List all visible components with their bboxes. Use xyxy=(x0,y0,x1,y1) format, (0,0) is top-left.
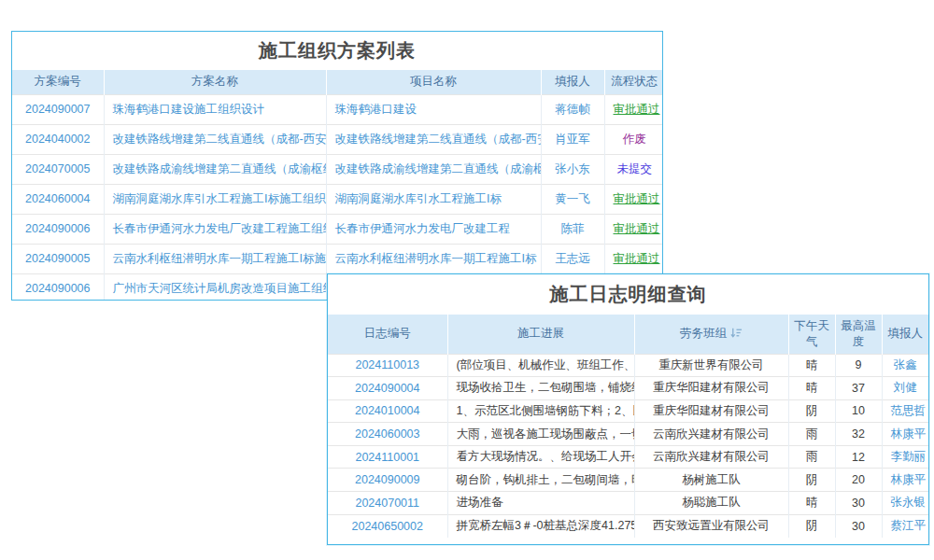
status-badge[interactable]: 审批通过 xyxy=(604,94,663,124)
cell-log-id[interactable]: 2024110001 xyxy=(328,445,447,469)
cell-log-reporter[interactable]: 张鑫 xyxy=(882,354,928,377)
cell-log-reporter[interactable]: 刘健 xyxy=(882,377,928,400)
cell-log-id[interactable]: 2024070011 xyxy=(328,492,447,515)
cell-max-temp: 9 xyxy=(835,354,882,377)
cell-project-name[interactable]: 湖南洞庭湖水库引水工程施工I标 xyxy=(326,184,541,214)
column-header-labor-team: 劳务班组 xyxy=(634,315,788,354)
cell-plan-id[interactable]: 2024090006 xyxy=(12,273,104,301)
status-badge[interactable]: 审批通过 xyxy=(604,214,663,244)
cell-plan-id[interactable]: 2024090006 xyxy=(12,214,104,244)
cell-plan-id[interactable]: 2024070005 xyxy=(12,154,104,184)
sort-descending-icon[interactable] xyxy=(730,327,743,339)
cell-reporter[interactable]: 黄一飞 xyxy=(541,184,604,214)
panel-title-plan-list: 施工组织方案列表 xyxy=(12,32,662,70)
table-row: 2024090005 云南水利枢纽潜明水库一期工程施工I标施工组... 云南水利… xyxy=(12,244,663,273)
cell-labor-team: 西安致远置业有限公司 xyxy=(634,514,788,538)
cell-progress: 砌台阶，钩机排土，二包砌间墙，晚间加... xyxy=(447,469,634,492)
cell-project-name[interactable]: 珠海鹤港口建设 xyxy=(326,94,541,124)
cell-max-temp: 12 xyxy=(835,445,882,469)
cell-weather: 阴 xyxy=(788,514,835,538)
cell-plan-name[interactable]: 珠海鹤港口建设施工组织设计 xyxy=(104,94,326,124)
cell-reporter[interactable]: 肖亚军 xyxy=(541,124,604,154)
status-badge[interactable]: 未提交 xyxy=(604,154,663,184)
cell-log-reporter[interactable]: 李勤丽 xyxy=(882,445,928,469)
cell-weather: 晴 xyxy=(788,492,835,515)
cell-project-name[interactable]: 改建铁路成渝线增建第二直通线（成渝枢... xyxy=(326,154,541,184)
cell-plan-name[interactable]: 云南水利枢纽潜明水库一期工程施工I标施工组... xyxy=(104,244,326,273)
column-header-log-reporter: 填报人 xyxy=(882,315,928,354)
cell-reporter[interactable]: 陈菲 xyxy=(541,214,604,244)
cell-reporter[interactable]: 张小东 xyxy=(541,154,604,184)
cell-log-id[interactable]: 2024010004 xyxy=(328,399,447,423)
cell-weather: 晴 xyxy=(788,377,835,400)
column-header-plan-id: 方案编号 xyxy=(12,70,104,94)
status-badge[interactable]: 审批通过 xyxy=(604,184,663,214)
table-row: 2024110013 (部位项目、机械作业、班组工作、生产... 重庆新世界有限… xyxy=(328,354,928,377)
cell-weather: 阴 xyxy=(788,469,835,492)
cell-log-reporter[interactable]: 范思哲 xyxy=(882,399,928,423)
cell-plan-id[interactable]: 2024090005 xyxy=(12,244,104,273)
cell-max-temp: 20 xyxy=(835,469,882,492)
table-row: 2024010004 1、示范区北侧围墙钢筋下料；2、围墙地... 重庆华阳建材… xyxy=(328,399,928,423)
table-row: 20240650002 拼宽桥左幅3＃-0桩基总深度41.275.今日进... … xyxy=(328,514,928,538)
cell-labor-team: 云南欣兴建材有限公司 xyxy=(634,423,788,446)
cell-labor-team: 重庆新世界有限公司 xyxy=(634,354,788,377)
table-row: 2024070005 改建铁路成渝线增建第二直通线（成渝枢纽）... 改建铁路成… xyxy=(12,154,663,184)
column-header-plan-name: 方案名称 xyxy=(104,70,326,94)
cell-weather: 晴 xyxy=(788,354,835,377)
cell-project-name[interactable]: 云南水利枢纽潜明水库一期工程施工I标 xyxy=(326,244,541,273)
cell-log-id[interactable]: 20240650002 xyxy=(328,514,447,538)
cell-plan-id[interactable]: 2024090007 xyxy=(12,94,104,124)
status-badge[interactable]: 审批通过 xyxy=(604,244,663,273)
cell-log-id[interactable]: 2024110013 xyxy=(328,354,447,377)
cell-project-name[interactable]: 改建铁路线增建第二线直通线（成都-西安... xyxy=(326,124,541,154)
cell-log-reporter[interactable]: 蔡江平 xyxy=(882,514,928,538)
cell-log-id[interactable]: 2024090009 xyxy=(328,469,447,492)
cell-labor-team: 重庆华阳建材有限公司 xyxy=(634,377,788,400)
cell-labor-team: 杨聪施工队 xyxy=(634,492,788,515)
table-row: 2024060003 大雨，巡视各施工现场围蔽点，一切正常... 云南欣兴建材有… xyxy=(328,423,928,446)
cell-progress: 进场准备 xyxy=(447,492,634,515)
cell-plan-name[interactable]: 改建铁路线增建第二线直通线（成都-西安）... xyxy=(104,124,326,154)
cell-log-reporter[interactable]: 张永银 xyxy=(882,492,928,515)
cell-max-temp: 10 xyxy=(835,399,882,423)
cell-log-reporter[interactable]: 林康平 xyxy=(882,423,928,446)
construction-log-query-panel: 施工日志明细查询 日志编号 施工进展 劳务班组 下午天气 最高温度 填报人 20… xyxy=(327,273,929,545)
cell-reporter[interactable]: 蒋德帧 xyxy=(541,94,604,124)
table-row: 2024110001 看方大现场情况。、给现场工人开会，整... 云南欣兴建材有… xyxy=(328,445,928,469)
log-table-header-row: 日志编号 施工进展 劳务班组 下午天气 最高温度 填报人 xyxy=(328,315,928,354)
plan-table-header-row: 方案编号 方案名称 项目名称 填报人 流程状态 xyxy=(12,70,663,94)
cell-labor-team: 杨树施工队 xyxy=(634,469,788,492)
cell-plan-id[interactable]: 2024060004 xyxy=(12,184,104,214)
cell-plan-name[interactable]: 长春市伊通河水力发电厂改建工程施工组织设计 xyxy=(104,214,326,244)
cell-project-name[interactable]: 长春市伊通河水力发电厂改建工程 xyxy=(326,214,541,244)
column-header-afternoon-weather: 下午天气 xyxy=(788,315,835,354)
table-row: 2024090004 现场收拾卫生，二包砌围墙，铺烧结砖，... 重庆华阳建材有… xyxy=(328,377,928,400)
cell-log-reporter[interactable]: 林康平 xyxy=(882,469,928,492)
cell-weather: 雨 xyxy=(788,423,835,446)
cell-plan-name[interactable]: 改建铁路成渝线增建第二直通线（成渝枢纽）... xyxy=(104,154,326,184)
column-header-reporter: 填报人 xyxy=(541,70,604,94)
cell-progress: (部位项目、机械作业、班组工作、生产... xyxy=(447,354,634,377)
cell-plan-name[interactable]: 广州市天河区统计局机房改造项目施工组织设计 xyxy=(104,273,326,301)
log-table: 日志编号 施工进展 劳务班组 下午天气 最高温度 填报人 2024110013 … xyxy=(328,315,928,538)
column-header-progress: 施工进展 xyxy=(447,315,634,354)
cell-reporter[interactable]: 王志远 xyxy=(541,244,604,273)
cell-log-id[interactable]: 2024060003 xyxy=(328,423,447,446)
cell-max-temp: 30 xyxy=(835,514,882,538)
plan-table: 方案编号 方案名称 项目名称 填报人 流程状态 2024090007 珠海鹤港口… xyxy=(12,70,663,301)
column-header-log-id: 日志编号 xyxy=(328,315,447,354)
cell-log-id[interactable]: 2024090004 xyxy=(328,377,447,400)
table-row: 2024060004 湖南洞庭湖水库引水工程施工I标施工组织设计 湖南洞庭湖水库… xyxy=(12,184,663,214)
cell-progress: 看方大现场情况。、给现场工人开会，整... xyxy=(447,445,634,469)
status-badge[interactable]: 作废 xyxy=(604,124,663,154)
cell-plan-name[interactable]: 湖南洞庭湖水库引水工程施工I标施工组织设计 xyxy=(104,184,326,214)
cell-progress: 1、示范区北侧围墙钢筋下料；2、围墙地... xyxy=(447,399,634,423)
cell-labor-team: 云南欣兴建材有限公司 xyxy=(634,445,788,469)
cell-plan-id[interactable]: 2024040002 xyxy=(12,124,104,154)
table-row: 2024090007 珠海鹤港口建设施工组织设计 珠海鹤港口建设 蒋德帧 审批通… xyxy=(12,94,663,124)
cell-weather: 雨 xyxy=(788,445,835,469)
cell-weather: 阴 xyxy=(788,399,835,423)
table-row: 2024040002 改建铁路线增建第二线直通线（成都-西安）... 改建铁路线… xyxy=(12,124,663,154)
table-row: 2024090006 长春市伊通河水力发电厂改建工程施工组织设计 长春市伊通河水… xyxy=(12,214,663,244)
